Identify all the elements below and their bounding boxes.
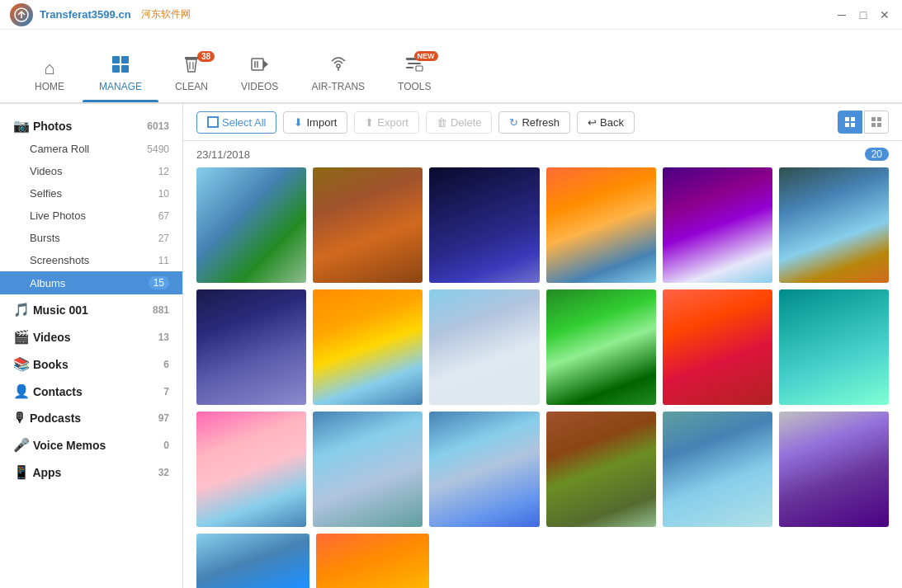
row-filler <box>436 534 889 588</box>
nav-videos-label: VIDEOS <box>241 81 278 92</box>
manage-icon <box>111 54 130 78</box>
photo-thumb-19[interactable] <box>196 534 309 588</box>
photo-count-badge: 20 <box>865 148 889 161</box>
podcasts-count: 97 <box>158 412 169 424</box>
select-all-button[interactable]: Select All <box>196 111 276 134</box>
apps-label: Apps <box>32 466 61 479</box>
sidebar-item-bursts[interactable]: Bursts 27 <box>0 227 182 249</box>
albums-label: Albums <box>30 277 65 289</box>
sidebar-item-contacts[interactable]: 👤 Contacts 7 <box>0 376 182 403</box>
photo-thumb-3[interactable] <box>429 167 539 283</box>
sidebar-item-screenshots[interactable]: Screenshots 11 <box>0 249 182 271</box>
sidebar-item-albums[interactable]: Albums 15 <box>0 271 182 294</box>
sidebar-item-photos[interactable]: 📷 Photos 6013 <box>0 111 182 138</box>
nav-clean[interactable]: 38 CLEAN <box>158 48 224 102</box>
import-button[interactable]: ⬇ Import <box>283 111 347 134</box>
nav-home[interactable]: ⌂ HOME <box>17 53 83 102</box>
date-header: 23/11/2018 20 <box>183 141 902 167</box>
albums-count: 15 <box>149 276 169 289</box>
refresh-button[interactable]: ↻ Refresh <box>498 111 570 134</box>
svg-rect-1 <box>112 56 120 64</box>
nav-airtrans-label: AIR-TRANS <box>311 81 365 92</box>
music-label: Music 001 <box>33 303 88 317</box>
photo-thumb-17[interactable] <box>663 412 772 527</box>
close-button[interactable]: ✕ <box>877 7 892 22</box>
sidebar-item-podcasts[interactable]: 🎙 Podcasts 97 <box>0 403 182 430</box>
videos-cat-label: Videos <box>33 331 71 344</box>
photo-thumb-20[interactable] <box>316 534 429 588</box>
nav-tools[interactable]: NEW TOOLS <box>381 48 447 102</box>
svg-rect-2 <box>121 56 129 64</box>
photo-thumb-7[interactable] <box>196 289 306 405</box>
music-count: 881 <box>153 304 169 316</box>
photo-thumb-1[interactable] <box>196 167 306 283</box>
photo-thumb-18[interactable] <box>779 412 889 527</box>
import-icon: ⬇ <box>294 116 303 129</box>
nav-manage[interactable]: MANAGE <box>83 48 158 102</box>
title-bar-left: Transferat3599.cn 河东软件网 <box>10 3 191 26</box>
books-icon: 📚 <box>13 357 30 371</box>
sidebar-item-videos-photo[interactable]: Videos 12 <box>0 160 182 182</box>
photo-thumb-15[interactable] <box>429 412 539 527</box>
sidebar-item-selfies[interactable]: Selfies 10 <box>0 182 182 205</box>
live-photos-label: Live Photos <box>30 209 86 222</box>
podcasts-icon: 🎙 <box>13 411 26 425</box>
svg-marker-9 <box>263 60 268 68</box>
photo-thumb-9[interactable] <box>429 289 539 405</box>
sidebar-item-live-photos[interactable]: Live Photos 67 <box>0 205 182 227</box>
sidebar-item-books[interactable]: 📚 Books 6 <box>0 349 182 376</box>
export-button[interactable]: ⬆ Export <box>354 111 419 134</box>
photo-thumb-2[interactable] <box>313 167 423 283</box>
minimize-button[interactable]: ─ <box>834 7 849 22</box>
nav-videos[interactable]: VIDEOS <box>224 48 295 102</box>
contacts-label: Contacts <box>33 385 83 398</box>
nav-airtrans[interactable]: AIR-TRANS <box>295 48 381 102</box>
selfies-label: Selfies <box>30 187 62 200</box>
sidebar-item-videos-cat[interactable]: 🎬 Videos 13 <box>0 322 182 349</box>
photo-thumb-11[interactable] <box>663 289 772 405</box>
delete-button[interactable]: 🗑 Delete <box>426 111 493 134</box>
videos-photo-count: 12 <box>158 166 169 177</box>
refresh-label: Refresh <box>522 116 560 129</box>
photo-thumb-6[interactable] <box>779 167 889 283</box>
back-button[interactable]: ↩ Back <box>577 111 635 134</box>
svg-rect-18 <box>845 117 849 121</box>
photo-thumb-8[interactable] <box>313 289 423 405</box>
videos-photo-label: Videos <box>30 165 63 177</box>
sidebar-item-apps[interactable]: 📱 Apps 32 <box>0 457 182 484</box>
sidebar-item-music[interactable]: 🎵 Music 001 881 <box>0 294 182 322</box>
photo-thumb-12[interactable] <box>779 289 889 405</box>
svg-rect-4 <box>121 65 129 73</box>
voice-memos-count: 0 <box>163 440 169 451</box>
grid-view-button[interactable] <box>838 111 862 134</box>
videos-icon <box>250 54 270 78</box>
photo-thumb-13[interactable] <box>196 412 306 527</box>
photo-thumb-14[interactable] <box>313 412 423 527</box>
photo-thumb-10[interactable] <box>546 289 656 405</box>
photos-label: Photos <box>33 120 72 133</box>
list-view-icon <box>871 116 882 128</box>
books-label: Books <box>33 358 68 371</box>
title-bar-controls[interactable]: ─ □ ✕ <box>834 7 892 22</box>
view-toggle <box>838 111 889 134</box>
maximize-button[interactable]: □ <box>856 7 871 22</box>
delete-label: Delete <box>451 116 482 129</box>
sidebar-item-camera-roll[interactable]: Camera Roll 5490 <box>0 138 182 160</box>
delete-icon: 🗑 <box>437 116 447 129</box>
svg-rect-3 <box>112 65 120 73</box>
content-area: Select All ⬇ Import ⬆ Export 🗑 Delete ↻ … <box>183 104 902 588</box>
photo-thumb-5[interactable] <box>663 167 772 283</box>
bursts-label: Bursts <box>30 232 60 244</box>
photo-thumb-4[interactable] <box>546 167 656 283</box>
list-view-button[interactable] <box>864 111 889 134</box>
selfies-count: 10 <box>158 188 169 200</box>
voice-memos-icon: 🎤 <box>13 438 30 452</box>
app-title: Transferat3599.cn <box>40 8 131 21</box>
photo-row-3 <box>196 412 889 527</box>
photo-thumb-16[interactable] <box>546 412 656 527</box>
sidebar-item-voice-memos[interactable]: 🎤 Voice Memos 0 <box>0 430 182 457</box>
date-label: 23/11/2018 <box>196 148 250 161</box>
photo-grid <box>183 167 902 588</box>
screenshots-count: 11 <box>158 255 169 266</box>
import-label: Import <box>306 116 337 129</box>
